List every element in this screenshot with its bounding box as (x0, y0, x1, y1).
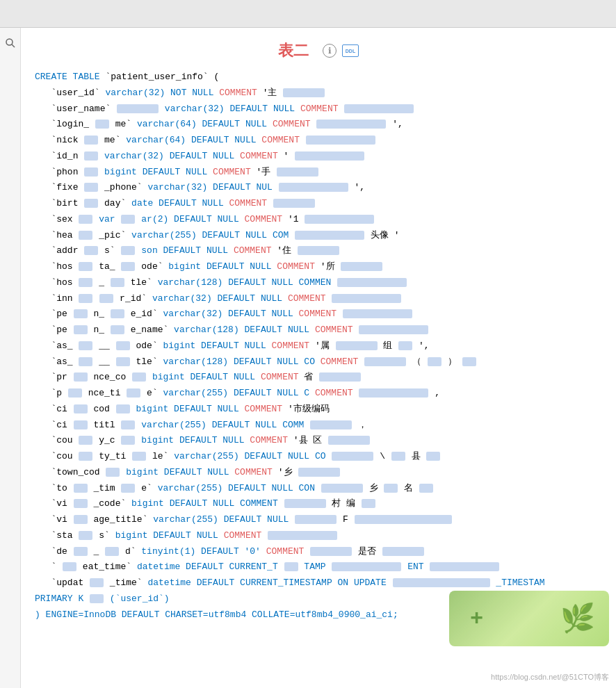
search-icon[interactable] (2, 35, 19, 51)
title-icons: ℹ DDL (323, 44, 359, 58)
table-row: `pr nce_co bigint DEFAULT NULL COMMENT 省 (35, 370, 602, 386)
table-row: `as_ __ tle` varchar(128) DEFAULT NULL C… (35, 354, 602, 370)
table-row: `inn r_id` varchar(32) DEFAULT NULL COMM… (35, 291, 602, 307)
table-row: `cou y_c bigint DEFAULT NULL COMMENT '县 … (35, 433, 602, 449)
table-row: `de _ d` tinyint(1) DEFAULT '0' COMMENT … (35, 544, 602, 560)
page-title: 表二 (278, 40, 309, 61)
table-row: `to _tim e` varchar(255) DEFAULT NULL CO… (35, 481, 602, 497)
main-content: 表二 ℹ DDL CREATE TABLE `patient_user_info… (21, 28, 616, 688)
svg-point-0 (6, 39, 13, 45)
table-row: `vi age_title` varchar(255) DEFAULT NULL… (35, 512, 602, 528)
table-row: `birt day` date DEFAULT NULL COMMENT (35, 196, 602, 212)
table-row: `as_ __ ode` bigint DEFAULT NULL COMMENT… (35, 338, 602, 354)
table-row: `user_name` varchar(32) DEFAULT NULL COM… (35, 101, 602, 117)
code-block: CREATE TABLE `patient_user_info` ( `user… (21, 69, 616, 623)
svg-line-1 (12, 44, 15, 47)
table-row: `phon bigint DEFAULT NULL COMMENT '手 (35, 165, 602, 181)
footer-url: https://blog.csdn.net/@51CTO博客 (491, 672, 609, 682)
table-row: `login_ me` varchar(64) DEFAULT NULL COM… (35, 117, 602, 133)
table-row: `town_cod bigint DEFAULT NULL COMMENT '乡 (35, 465, 602, 481)
table-row: `nick me` varchar(64) DEFAULT NULL COMME… (35, 133, 602, 149)
table-row: `pe n_ e_id` varchar(32) DEFAULT NULL CO… (35, 306, 602, 322)
table-row: `updat _time` datetime DEFAULT CURRENT_T… (35, 575, 602, 591)
table-row: `ci cod bigint DEFAULT NULL COMMENT '市级编… (35, 402, 602, 418)
table-row: `sex var ar(2) DEFAULT NULL COMMENT '1 (35, 212, 602, 228)
table-row: `ci titl varchar(255) DEFAULT NULL COMM … (35, 418, 602, 434)
title-bar: 表二 ℹ DDL (21, 35, 616, 69)
table-row: `addr s` son DEFAULT NULL COMMENT '住 (35, 243, 602, 259)
table-row: `fixe _phone` varchar(32) DEFAULT NUL ', (35, 180, 602, 196)
watermark-plus-icon: + (470, 606, 483, 632)
table-row: `vi _code` bigint DEFAULT NULL COMMENT 村… (35, 496, 602, 512)
watermark-overlay: + 🌿 (449, 591, 609, 646)
sidebar (0, 28, 21, 688)
table-row: `hos ta_ ode` bigint DEFAULT NULL COMMEN… (35, 259, 602, 275)
ddl-icon[interactable]: DDL (342, 44, 359, 57)
table-row: `pe n_ e_name` varchar(128) DEFAULT NULL… (35, 322, 602, 338)
watermark-leaf-icon: 🌿 (560, 602, 595, 636)
table-row: `sta s` bigint DEFAULT NULL COMMENT (35, 528, 602, 544)
info-icon[interactable]: ℹ (323, 44, 337, 58)
table-row: `user_id` varchar(32) NOT NULL COMMENT '… (35, 85, 602, 101)
table-row: `id_n varchar(32) DEFAULT NULL COMMENT ' (35, 149, 602, 165)
table-row: `p nce_ti e` varchar(255) DEFAULT NULL C… (35, 386, 602, 402)
table-row: `hea _pic` varchar(255) DEFAULT NULL COM… (35, 228, 602, 244)
table-row: `hos _ tle` varchar(128) DEFAULT NULL CO… (35, 275, 602, 291)
create-table-line: CREATE TABLE `patient_user_info` ( (35, 69, 602, 85)
table-row: `cou ty_ti le` varchar(255) DEFAULT NULL… (35, 449, 602, 465)
top-bar (0, 0, 616, 28)
table-row: ` eat_time` datetime DEFAULT CURRENT_T T… (35, 559, 602, 575)
